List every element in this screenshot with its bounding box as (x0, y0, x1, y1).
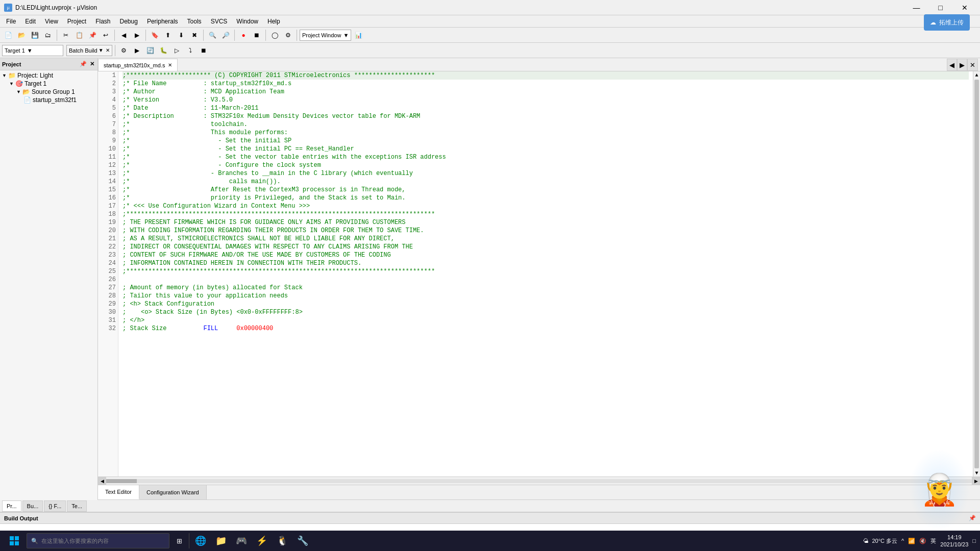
minimize-button[interactable]: — (905, 0, 928, 15)
taskbar-edge-icon[interactable]: 🌐 (191, 532, 210, 550)
menu-item-help[interactable]: Help (263, 17, 284, 26)
toolbar1: 📄 📂 💾 🗂 ✂ 📋 📌 ↩ ◀ ▶ 🔖 ⬆ ⬇ ✖ 🔍 🔎 ● ⏹ ◯ ⚙ … (0, 28, 980, 43)
step-btn[interactable]: ◯ (268, 29, 281, 41)
build-btn[interactable]: ▶ (131, 44, 143, 57)
project-panel-header: Project 📌 ✕ (0, 58, 97, 70)
tab-close-icon[interactable]: ✕ (168, 62, 172, 68)
time-display: 14:19 2021/10/23 (940, 534, 968, 548)
maximize-button[interactable]: □ (929, 0, 952, 15)
settings-btn[interactable]: ⚙ (282, 29, 294, 41)
menu-item-project[interactable]: Project (63, 17, 90, 26)
menu-item-flash[interactable]: Flash (91, 17, 114, 26)
line-numbers: 1234567891011121314151617181920212223242… (98, 71, 118, 477)
notification-icon[interactable]: □ (972, 538, 976, 544)
editor-tab-active[interactable]: startup_stm32f10x_md.s ✕ (98, 59, 178, 71)
open-file-btn[interactable]: 📂 (15, 29, 28, 41)
start-button[interactable] (4, 531, 24, 551)
compile-btn[interactable]: ⚙ (118, 44, 130, 57)
extern-btn[interactable]: 📊 (352, 29, 364, 41)
editor-scrollbar[interactable]: ◀ ▶ (98, 477, 980, 485)
menu-item-file[interactable]: File (2, 17, 20, 26)
task-view-btn[interactable]: ⊞ (172, 533, 187, 548)
bookmark-btn[interactable]: 🔖 (149, 29, 161, 41)
find-btn[interactable]: 🔍 (206, 29, 218, 41)
tab-nav-right-btn[interactable]: ▶ (957, 59, 967, 71)
next-bookmark-btn[interactable]: ⬇ (175, 29, 187, 41)
upload-button[interactable]: ☁ 拓维上传 (924, 14, 970, 31)
find2-btn[interactable]: 🔎 (219, 29, 232, 41)
clock-date: 2021/10/23 (940, 541, 968, 548)
menu-item-tools[interactable]: Tools (183, 17, 206, 26)
taskbar-explorer-icon[interactable]: 📁 (212, 532, 230, 550)
clear-bookmarks-btn[interactable]: ✖ (188, 29, 201, 41)
tree-target[interactable]: ▼ 🎯 Target 1 (1, 80, 96, 88)
stop-btn[interactable]: ⏹ (251, 29, 263, 41)
target-dropdown[interactable]: Target 1 ▼ (2, 45, 63, 56)
menu-item-debug[interactable]: Debug (116, 17, 142, 26)
taskbar-search-box[interactable]: 🔍 在这里输入你要搜索的内容 (27, 533, 169, 548)
scroll-thumb[interactable] (974, 80, 979, 468)
run-btn[interactable]: ● (237, 29, 250, 41)
svg-rect-0 (10, 536, 14, 540)
paste-btn[interactable]: 📌 (86, 29, 99, 41)
upload-label: 拓维上传 (939, 18, 964, 27)
tab-close-all-btn[interactable]: ✕ (967, 59, 978, 71)
menu-item-edit[interactable]: Edit (21, 17, 40, 26)
title-controls[interactable]: — □ ✕ (905, 0, 976, 15)
panel-close-icon[interactable]: ✕ (89, 61, 95, 67)
code-editor[interactable]: 1234567891011121314151617181920212223242… (98, 71, 980, 477)
taskbar-app1-icon[interactable]: ⚡ (253, 532, 271, 550)
config-wizard-tab[interactable]: Configuration Wizard (139, 485, 207, 499)
panel-tab-2[interactable]: {} F... (44, 500, 66, 512)
prev-bookmark-btn[interactable]: ⬆ (162, 29, 174, 41)
panel-tab-3[interactable]: Te... (67, 500, 87, 512)
target-icon: 🎯 (15, 80, 23, 87)
code-line-25: ;***************************************… (122, 267, 969, 276)
tree-project-root[interactable]: ▼ 📁 Project: Light (1, 71, 96, 80)
menu-item-peripherals[interactable]: Peripherals (143, 17, 182, 26)
taskbar-right: 🌤 20°C 多云 ^ 📶 🔇 英 14:19 2021/10/23 □ (863, 534, 976, 548)
hscroll-thumb[interactable] (106, 479, 137, 483)
rebuild-btn[interactable]: 🔄 (144, 44, 157, 57)
menu-item-window[interactable]: Window (232, 17, 262, 26)
nav-fwd-btn[interactable]: ▶ (131, 29, 143, 41)
text-editor-tab[interactable]: Text Editor (98, 485, 139, 499)
cut-btn[interactable]: ✂ (60, 29, 72, 41)
batch-build-container: Batch Build ▼ ✕ (66, 45, 112, 56)
panel-tab-0[interactable]: Pr... (2, 500, 21, 512)
project-panel-title: Project (2, 61, 21, 67)
code-content[interactable]: ;*********************** (C) COPYRIGHT 2… (118, 71, 973, 477)
panel-tab-1[interactable]: Bu... (22, 500, 43, 512)
scroll-down-arrow[interactable]: ▼ (973, 469, 980, 477)
build-output-pin-icon[interactable]: 📌 (969, 515, 976, 521)
undo-btn[interactable]: ↩ (100, 29, 112, 41)
close-button[interactable]: ✕ (953, 0, 976, 15)
dbg-step-btn[interactable]: ⤵ (184, 44, 197, 57)
new-file-btn[interactable]: 📄 (2, 29, 14, 41)
taskbar-penguin-icon[interactable]: 🐧 (273, 532, 291, 550)
dbg-run-btn[interactable]: ▷ (171, 44, 183, 57)
right-scrollbar[interactable]: ▲ ▼ (973, 71, 980, 477)
debug-btn[interactable]: 🐛 (158, 44, 170, 57)
hscroll-left-btn[interactable]: ◀ (98, 477, 106, 485)
tree-file[interactable]: 📄 startup_stm32f1 (1, 96, 96, 104)
menu-item-view[interactable]: View (41, 17, 62, 26)
search-icon: 🔍 (31, 538, 38, 544)
project-window-dropdown[interactable]: Project Window ▼ (300, 30, 351, 41)
code-line-9: ;* - Set the initial SP (122, 137, 969, 145)
save-btn[interactable]: 💾 (29, 29, 41, 41)
code-line-23: ; CONTENT OF SUCH FIRMWARE AND/OR THE US… (122, 251, 969, 259)
scroll-up-arrow[interactable]: ▲ (973, 71, 980, 79)
copy-btn[interactable]: 📋 (73, 29, 85, 41)
batch-build-x[interactable]: ✕ (105, 47, 110, 53)
dbg-stop-btn[interactable]: ⏹ (198, 44, 210, 57)
save-all-btn[interactable]: 🗂 (42, 29, 54, 41)
taskbar-xbox-icon[interactable]: 🎮 (232, 532, 251, 550)
panel-pin-icon[interactable]: 📌 (79, 61, 88, 67)
hscroll-right-btn[interactable]: ▶ (972, 477, 980, 485)
tree-source-group[interactable]: ▼ 📂 Source Group 1 (1, 88, 96, 96)
nav-back-btn[interactable]: ◀ (117, 29, 130, 41)
tab-nav-left-btn[interactable]: ◀ (947, 59, 957, 71)
taskbar-app2-icon[interactable]: 🔧 (293, 532, 312, 550)
menu-item-svcs[interactable]: SVCS (207, 17, 232, 26)
